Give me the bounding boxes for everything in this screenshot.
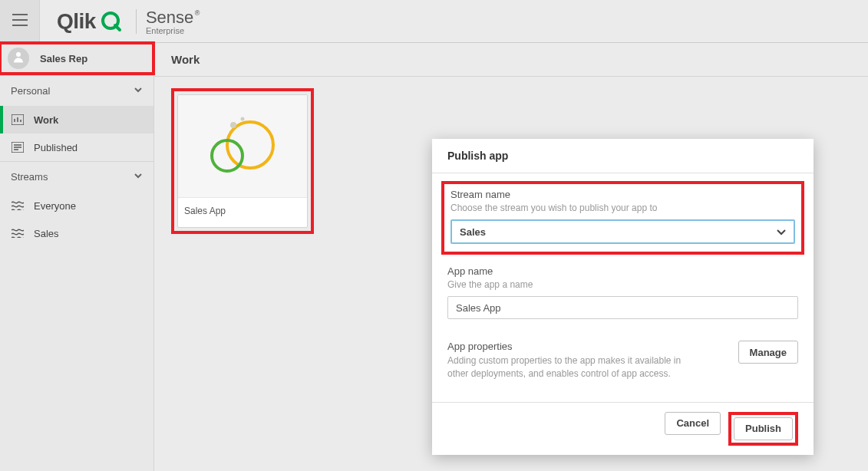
app-card-thumbnail [178,95,307,198]
app-name-input[interactable] [447,296,798,319]
sidebar-item-label: Published [34,142,78,153]
dialog-title: Publish app [432,139,814,173]
avatar [8,48,29,69]
stream-select[interactable]: Sales [451,219,795,244]
stream-name-help: Choose the stream you wish to publish yo… [451,203,795,213]
divider [136,9,137,34]
product-name: Sense [146,8,193,27]
app-card[interactable]: Sales App [177,94,308,228]
chevron-down-icon [134,85,143,97]
user-name: Sales Rep [40,53,87,64]
dashboard-icon [11,114,25,125]
highlight-stream-field: Stream name Choose the stream you wish t… [441,181,804,255]
svg-point-6 [230,122,236,128]
published-icon [11,142,25,153]
section-personal[interactable]: Personal [0,75,153,106]
brand-name: Qlik [57,9,96,34]
stream-icon [11,201,25,210]
sidebar-item-published[interactable]: Published [0,133,153,161]
app-properties-label: App properties [447,341,693,352]
sidebar-item-sales[interactable]: Sales [0,219,153,247]
chevron-down-icon [134,171,143,183]
main: Work Sales App Pub [154,43,868,471]
cancel-button[interactable]: Cancel [665,412,721,435]
svg-point-7 [241,117,245,120]
page-title: Work [171,53,200,66]
sidebar-item-everyone[interactable]: Everyone [0,192,153,219]
publish-button[interactable]: Publish [734,417,793,440]
brand-logo-icon [99,10,122,33]
svg-point-4 [227,122,273,168]
hamburger-icon [12,14,28,29]
sidebar-item-label: Sales [34,228,59,239]
highlight-app-card: Sales App [171,88,314,234]
chevron-down-icon [777,226,786,238]
section-label: Personal [11,85,50,97]
brand: Qlik [57,9,122,34]
page-title-row: Work [154,43,868,77]
sidebar-item-work[interactable]: Work [0,106,153,133]
section-label: Streams [11,171,48,183]
publish-dialog: Publish app Stream name Choose the strea… [432,139,814,455]
stream-icon [11,229,25,238]
sidebar: Sales Rep Personal Work Published Stream… [0,43,154,471]
app-name-help: Give the app a name [447,279,798,290]
menu-button[interactable] [0,0,40,43]
manage-button[interactable]: Manage [738,341,798,364]
product: Sense® Enterprise [146,8,193,35]
highlight-publish-button: Publish [728,412,798,446]
sidebar-item-label: Everyone [34,200,76,212]
sidebar-item-label: Work [34,114,58,126]
stream-select-value: Sales [460,226,486,238]
stream-name-label: Stream name [451,189,795,200]
app-name-label: App name [447,265,798,277]
app-card-name: Sales App [178,198,307,227]
svg-point-1 [16,52,21,57]
section-streams[interactable]: Streams [0,161,153,192]
user-row[interactable]: Sales Rep [0,41,155,75]
app-properties-help: Adding custom properties to the app make… [447,354,693,380]
person-icon [12,50,25,67]
